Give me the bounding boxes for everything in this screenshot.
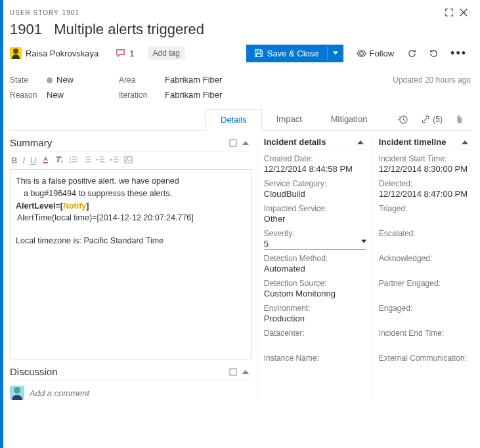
fullscreen-icon[interactable] xyxy=(442,5,456,20)
datacenter-label: Datacenter: xyxy=(264,329,366,338)
rich-text-toolbar: B I U xyxy=(10,152,251,169)
follow-button[interactable]: Follow xyxy=(351,45,400,62)
service-category-label: Service Category: xyxy=(264,179,366,188)
reason-value[interactable]: New xyxy=(47,90,119,100)
impacted-service-label: Impacted Service: xyxy=(264,204,366,213)
svg-rect-2 xyxy=(230,140,236,146)
service-category-value: CloudBuild xyxy=(264,189,366,200)
tab-impact[interactable]: Impact xyxy=(262,109,316,130)
detected-value: 12/12/2014 8:47:00 PM xyxy=(379,189,471,200)
reason-label: Reason xyxy=(10,91,47,100)
insert-image-button[interactable] xyxy=(124,155,133,165)
escalated-value xyxy=(379,239,471,250)
summary-editor[interactable]: This is a false positive alert. we have … xyxy=(10,169,251,359)
timeline-collapse-icon[interactable] xyxy=(459,138,471,147)
discussion-maximize-icon[interactable] xyxy=(227,367,240,377)
svg-point-3 xyxy=(70,157,71,158)
save-dropdown-icon[interactable] xyxy=(327,47,343,60)
environment-label: Environment: xyxy=(264,304,366,313)
detection-method-value: Automated xyxy=(264,264,366,275)
external-comm-label: External Communication: xyxy=(379,354,471,363)
instance-name-value xyxy=(264,363,366,375)
editor-line: This is a false positive alert. we have … xyxy=(16,175,246,188)
links-icon[interactable]: (5) xyxy=(414,109,449,130)
outdent-button[interactable] xyxy=(97,155,105,165)
impacted-service-value: Other xyxy=(264,214,366,225)
incident-details-header: Incident details xyxy=(264,137,355,147)
tab-details[interactable]: Details xyxy=(206,109,262,131)
font-color-button[interactable] xyxy=(41,155,50,165)
iteration-label: Iteration xyxy=(119,91,165,100)
svg-point-5 xyxy=(70,161,71,163)
external-comm-value xyxy=(379,363,471,375)
detected-label: Detected: xyxy=(379,179,471,188)
svg-rect-8 xyxy=(230,369,236,375)
indent-button[interactable] xyxy=(110,155,119,165)
follow-label: Follow xyxy=(370,49,395,58)
created-date-value: 12/12/2014 8:44:58 PM xyxy=(264,164,366,175)
comments-icon[interactable] xyxy=(116,49,125,58)
detection-method-label: Detection Method: xyxy=(264,254,366,263)
engaged-value xyxy=(379,314,471,325)
clear-format-button[interactable] xyxy=(55,155,64,165)
tab-mitigation[interactable]: Mitigation xyxy=(316,109,382,130)
editor-line: AlertLevel=[ xyxy=(16,201,63,211)
detection-source-label: Detection Source: xyxy=(264,279,366,288)
incident-start-value: 12/12/2014 8:30:00 PM xyxy=(379,164,471,175)
triaged-label: Triaged: xyxy=(379,204,471,213)
summary-collapse-icon[interactable] xyxy=(240,138,251,148)
partner-engaged-label: Partner Engaged: xyxy=(379,279,471,288)
discussion-collapse-icon[interactable] xyxy=(240,367,251,377)
history-icon[interactable] xyxy=(391,109,414,130)
incident-collapse-icon[interactable] xyxy=(355,138,366,147)
created-date-label: Created Date: xyxy=(264,154,366,163)
comment-input[interactable] xyxy=(30,388,251,398)
svg-point-7 xyxy=(127,158,128,159)
numbered-list-button[interactable] xyxy=(83,155,91,165)
area-label: Area xyxy=(119,75,165,85)
attachments-icon[interactable] xyxy=(449,109,471,130)
incident-end-label: Incident End Time: xyxy=(379,329,471,338)
discussion-header: Discussion xyxy=(10,366,227,377)
acknowledged-label: Acknowledged: xyxy=(379,254,471,263)
assignee-name[interactable]: Raisa Pokrovskaya xyxy=(26,49,98,58)
avatar xyxy=(10,386,24,400)
add-tag-button[interactable]: Add tag xyxy=(148,47,185,60)
undo-icon[interactable] xyxy=(425,45,443,62)
instance-name-label: Instance Name: xyxy=(264,354,366,363)
editor-line: a bug#196494 to suppresss these alerts. xyxy=(16,188,246,200)
datacenter-value xyxy=(264,338,366,350)
incident-timeline-header: Incident timeline xyxy=(379,137,459,147)
area-value[interactable]: Fabrikam Fiber xyxy=(165,75,393,85)
incident-end-value xyxy=(379,338,471,350)
svg-rect-6 xyxy=(125,157,132,163)
refresh-icon[interactable] xyxy=(403,45,421,62)
work-item-id: 1901 xyxy=(10,21,42,37)
comments-count: 1 xyxy=(129,49,134,58)
alert-level-value: Notify xyxy=(63,201,86,211)
underline-button[interactable]: U xyxy=(30,155,36,165)
editor-line: Local timezone is: Pacific Standard Time xyxy=(16,235,246,247)
iteration-value[interactable]: Fabrikam Fiber xyxy=(165,90,393,100)
bold-button[interactable]: B xyxy=(11,155,17,165)
detection-source-value: Custom Monitoring xyxy=(264,289,366,300)
environment-value: Production xyxy=(264,314,366,325)
svg-point-0 xyxy=(359,51,363,55)
bulleted-list-button[interactable] xyxy=(69,155,77,165)
work-item-type: USER STORY xyxy=(10,9,59,16)
close-icon[interactable] xyxy=(456,5,471,20)
summary-header: Summary xyxy=(10,137,227,148)
escalated-label: Escalated: xyxy=(379,229,471,238)
work-item-title: Multiple alerts triggered xyxy=(54,21,204,37)
severity-select[interactable]: 5 xyxy=(264,239,366,250)
more-actions-icon[interactable]: ••• xyxy=(447,43,471,63)
summary-maximize-icon[interactable] xyxy=(227,138,240,148)
avatar xyxy=(10,47,22,59)
state-value[interactable]: New xyxy=(47,75,119,85)
save-close-button[interactable]: Save & Close xyxy=(246,45,343,62)
editor-line: AlertTime(local time)=[2014-12-12 20:07:… xyxy=(16,212,246,224)
links-count: (5) xyxy=(433,115,443,124)
state-label: State xyxy=(10,75,47,85)
incident-start-label: Incident Start Time: xyxy=(379,154,471,163)
italic-button[interactable]: I xyxy=(22,155,25,165)
